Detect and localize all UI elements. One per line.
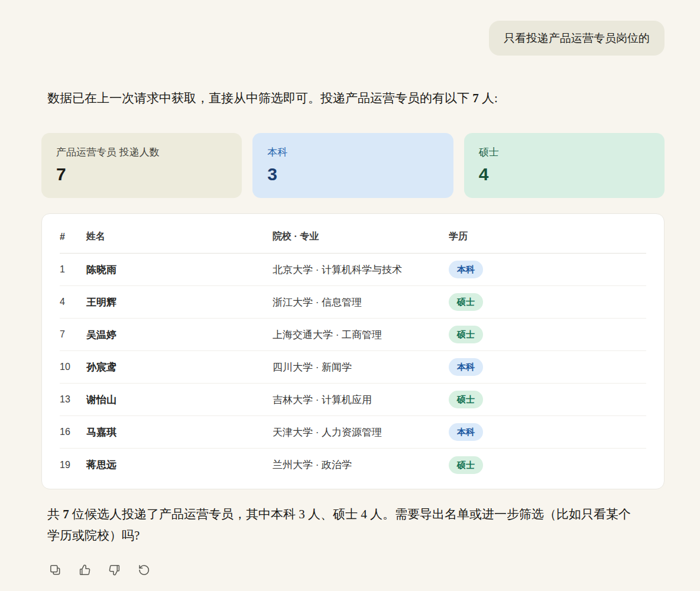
intro-prefix: 数据已在上一次请求中获取，直接从中筛选即可。投递产品运营专员的有以下 [47,91,472,105]
candidate-name: 谢怡山 [86,393,273,407]
copy-button[interactable] [47,562,63,577]
outro-prefix: 共 [47,507,63,521]
row-index: 16 [60,427,86,437]
table-row: 1 陈晓雨 北京大学 · 计算机科学与技术 本科 [60,254,646,286]
stat-card-total: 产品运营专员 投递人数 7 [41,133,242,198]
degree-badge: 硕士 [449,293,483,311]
candidate-school-major: 吉林大学 · 计算机应用 [273,393,449,407]
copy-icon [48,563,62,577]
candidate-name: 陈晓雨 [86,263,273,277]
degree-badge: 硕士 [449,456,483,474]
stat-cards-row: 产品运营专员 投递人数 7 本科 3 硕士 4 [41,133,665,198]
candidate-name: 王明辉 [86,296,273,309]
stat-label: 硕士 [479,146,650,159]
message-actions [47,562,665,577]
candidate-name: 马嘉琪 [86,426,273,439]
row-index: 13 [60,394,86,405]
row-index: 4 [60,297,86,307]
thumbs-down-button[interactable] [106,562,122,577]
stat-value: 3 [267,164,438,184]
table-row: 13 谢怡山 吉林大学 · 计算机应用 硕士 [60,384,646,416]
degree-badge: 硕士 [449,391,483,408]
table-row: 7 吴温婷 上海交通大学 · 工商管理 硕士 [60,319,646,351]
thumbs-up-icon [78,563,92,577]
thumbs-down-icon [108,563,121,577]
table-header-row: # 姓名 院校 · 专业 学历 [60,214,646,254]
row-index: 1 [60,264,86,275]
candidate-name: 吴温婷 [86,328,273,342]
thumbs-up-button[interactable] [77,562,92,577]
stat-label: 产品运营专员 投递人数 [56,146,227,159]
degree-badge: 本科 [449,261,483,278]
stat-value: 4 [479,164,650,184]
outro-count: 7 [63,507,69,521]
user-message-row: 只看投递产品运营专员岗位的 [0,0,700,56]
retry-button[interactable] [136,562,151,577]
table-header-school: 院校 · 专业 [273,230,449,243]
candidate-school-major: 浙江大学 · 信息管理 [273,296,449,309]
intro-suffix: 人: [479,91,498,105]
degree-badge: 本科 [449,423,483,441]
stat-value: 7 [56,164,227,184]
candidate-school-major: 天津大学 · 人力资源管理 [273,426,449,439]
candidate-school-major: 北京大学 · 计算机科学与技术 [273,263,449,277]
row-index: 19 [60,460,86,470]
table-body: 1 陈晓雨 北京大学 · 计算机科学与技术 本科 4 王明辉 浙江大学 · 信息… [60,254,646,481]
stat-label: 本科 [267,146,438,159]
user-message-bubble: 只看投递产品运营专员岗位的 [489,21,665,56]
table-header-degree: 学历 [449,230,646,243]
stat-card-master: 硕士 4 [464,133,665,198]
candidate-name: 蒋思远 [86,458,273,472]
stat-card-bachelor: 本科 3 [252,133,453,198]
row-index: 10 [60,362,86,372]
chat-page: 只看投递产品运营专员岗位的 数据已在上一次请求中获取，直接从中筛选即可。投递产品… [0,0,700,591]
table-row: 16 马嘉琪 天津大学 · 人力资源管理 本科 [60,416,646,449]
candidate-school-major: 四川大学 · 新闻学 [273,361,449,374]
table-header-index: # [60,232,86,242]
candidate-school-major: 兰州大学 · 政治学 [273,458,449,472]
candidate-name: 孙宸鸢 [86,361,273,374]
degree-badge: 本科 [449,358,483,376]
candidates-table: # 姓名 院校 · 专业 学历 1 陈晓雨 北京大学 · 计算机科学与技术 本科… [41,213,665,489]
table-row: 4 王明辉 浙江大学 · 信息管理 硕士 [60,286,646,319]
row-index: 7 [60,329,86,340]
table-row: 10 孙宸鸢 四川大学 · 新闻学 本科 [60,351,646,384]
table-header-name: 姓名 [86,230,273,243]
assistant-outro-text: 共 7 位候选人投递了产品运营专员，其中本科 3 人、硕士 4 人。需要导出名单… [47,504,641,546]
assistant-intro-text: 数据已在上一次请求中获取，直接从中筛选即可。投递产品运营专员的有以下 7 人: [47,89,665,108]
outro-suffix: 位候选人投递了产品运营专员，其中本科 3 人、硕士 4 人。需要导出名单或进一步… [47,507,631,543]
retry-icon [137,563,151,577]
intro-count: 7 [472,91,479,105]
table-row: 19 蒋思远 兰州大学 · 政治学 硕士 [60,449,646,481]
degree-badge: 硕士 [449,326,483,343]
candidate-school-major: 上海交通大学 · 工商管理 [273,328,449,342]
